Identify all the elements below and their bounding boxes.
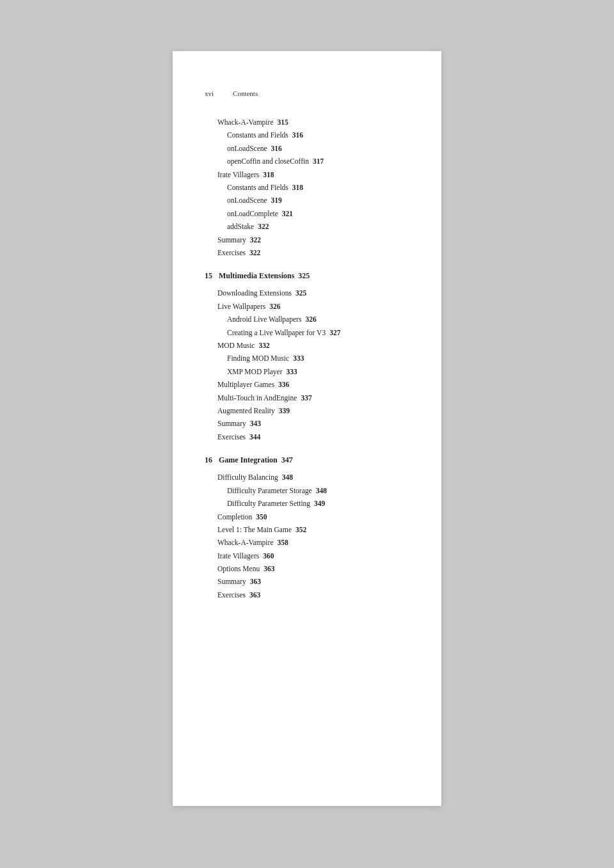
- list-item: Whack-A-Vampire 358: [217, 537, 409, 548]
- chapter-15-header: 15 Multimedia Extensions 325: [205, 270, 409, 282]
- list-item: onLoadScene 319: [227, 194, 409, 206]
- list-item: Creating a Live Wallpaper for V3 327: [227, 327, 409, 338]
- toc-content: Whack-A-Vampire 315 Constants and Fields…: [205, 116, 409, 601]
- list-item: Constants and Fields 318: [227, 182, 409, 193]
- list-item: Irate Villagers 318: [217, 169, 409, 180]
- header-title: Contents: [233, 90, 258, 97]
- list-item: Whack-A-Vampire 315: [217, 116, 409, 128]
- list-item: Summary 343: [217, 418, 409, 429]
- list-item: Summary 363: [217, 576, 409, 587]
- chapter-16-section: 16 Game Integration 347 Difficulty Balan…: [205, 454, 409, 601]
- list-item: Exercises 363: [217, 589, 409, 601]
- book-page: xvi Contents Whack-A-Vampire 315 Constan…: [173, 51, 441, 806]
- list-item: Completion 350: [217, 511, 409, 523]
- list-item: Multiplayer Games 336: [217, 379, 409, 390]
- list-item: XMP MOD Player 333: [227, 366, 409, 377]
- page-header: xvi Contents: [205, 90, 409, 97]
- list-item: Android Live Wallpapers 326: [227, 313, 409, 325]
- list-item: Level 1: The Main Game 352: [217, 524, 409, 535]
- subsection-group: Whack-A-Vampire 315 Constants and Fields…: [205, 116, 409, 258]
- list-item: Exercises 344: [217, 431, 409, 443]
- list-item: onLoadComplete 321: [227, 208, 409, 219]
- list-item: MOD Music 332: [217, 340, 409, 351]
- list-item: openCoffin and closeCoffin 317: [227, 155, 409, 167]
- list-item: Multi-Touch in AndEngine 337: [217, 392, 409, 404]
- chapter-16-header: 16 Game Integration 347: [205, 454, 409, 466]
- list-item: Irate Villagers 360: [217, 550, 409, 562]
- list-item: Difficulty Balancing 348: [217, 471, 409, 483]
- list-item: Constants and Fields 316: [227, 129, 409, 141]
- list-item: Augmented Reality 339: [217, 405, 409, 416]
- list-item: addStake 322: [227, 221, 409, 232]
- list-item: Live Wallpapers 326: [217, 301, 409, 312]
- list-item: Summary 322: [217, 234, 409, 246]
- list-item: Difficulty Parameter Storage 348: [227, 485, 409, 496]
- list-item: Options Menu 363: [217, 563, 409, 574]
- list-item: Exercises 322: [217, 247, 409, 258]
- page-number: xvi: [205, 90, 214, 97]
- list-item: Finding MOD Music 333: [227, 352, 409, 364]
- chapter-15-section: 15 Multimedia Extensions 325 Downloading…: [205, 270, 409, 443]
- list-item: Downloading Extensions 325: [217, 287, 409, 299]
- list-item: onLoadScene 316: [227, 143, 409, 154]
- list-item: Difficulty Parameter Setting 349: [227, 498, 409, 509]
